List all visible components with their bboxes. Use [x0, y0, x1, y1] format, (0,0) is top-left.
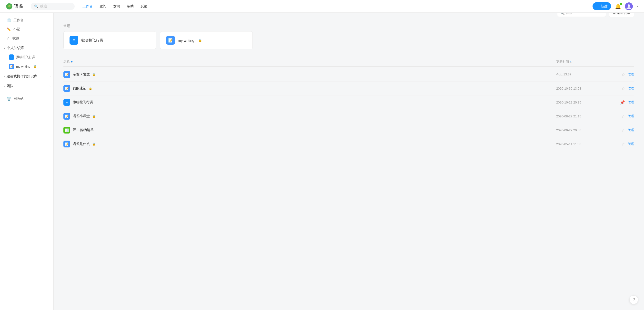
sidebar-item-favorites[interactable]: ☆ 收藏 — [2, 34, 52, 43]
row-5-icon: 📝 — [64, 141, 70, 147]
main-content: 个人知识库 🔍 搜索 新建知识库 常用 ≡ 撒哈拉飞行员 📝 my writin… — [54, 0, 644, 158]
bell-container[interactable]: 🔔 — [615, 4, 621, 9]
row-4-actions: ☆ 管理 — [605, 128, 634, 133]
time-sort-inactive-icon — [570, 62, 572, 63]
sidebar-item-trash[interactable]: 🗑️ 回收站 — [2, 95, 52, 103]
chevron-right-icon[interactable]: › — [50, 46, 50, 50]
time-sort-icon[interactable] — [570, 61, 572, 63]
row-3-manage[interactable]: 管理 — [628, 114, 634, 118]
team-expand-icon[interactable]: › — [50, 85, 50, 88]
sidebar-group-invited-kb: › 邀请我协作的知识库 › — [0, 72, 54, 81]
row-5-manage[interactable]: 管理 — [628, 142, 634, 146]
kb-card-mywriting-lock: 🔒 — [198, 39, 202, 42]
row-1-icon: 📝 — [64, 85, 70, 92]
book-icon: ≡ — [9, 55, 14, 60]
sidebar-group-team: › 团队 › — [0, 82, 54, 91]
row-3-pin[interactable]: ☆ — [622, 114, 625, 119]
row-3-lock: 🔒 — [92, 115, 96, 118]
nav-discover[interactable]: 发现 — [113, 4, 120, 9]
col-name-header[interactable]: 名称 — [64, 60, 556, 64]
desk-icon: 🗒️ — [7, 18, 11, 22]
star-icon: ☆ — [7, 36, 10, 40]
row-1-pin[interactable]: ☆ — [622, 86, 625, 91]
common-label: 常用 — [64, 24, 634, 28]
row-4-pin[interactable]: ☆ — [622, 128, 625, 133]
col-time-header[interactable]: 更新时间 — [556, 60, 605, 64]
row-1-name: 📝 我的速记 🔒 — [64, 85, 556, 92]
sidebar-group-invited-kb-header[interactable]: › 邀请我协作的知识库 › — [0, 72, 54, 81]
app-name: 语雀 — [14, 4, 23, 9]
row-5-pin[interactable]: ☆ — [622, 142, 625, 146]
sidebar-group-personal-kb-header[interactable]: ▾ 个人知识库 › — [0, 44, 54, 53]
time-sort-active-icon — [570, 61, 572, 62]
row-2-pin[interactable]: 📌 — [620, 100, 625, 105]
table-row-3[interactable]: 📝 语雀小课堂 🔒 2020-08-27 21:15 ☆ 管理 — [64, 109, 634, 123]
top-search-bar[interactable]: 🔍 搜索 — [31, 3, 75, 10]
svg-point-2 — [10, 6, 10, 6]
sidebar-item-notes[interactable]: ✏️ 小记 — [2, 25, 52, 34]
row-2-actions: 📌 管理 — [605, 100, 634, 105]
row-3-name: 📝 语雀小课堂 🔒 — [64, 113, 556, 120]
lock-icon: 🔒 — [34, 65, 37, 68]
sidebar-item-workbench[interactable]: 🗒️ 工作台 — [2, 16, 52, 25]
avatar-image — [625, 3, 633, 10]
chevron-right-small-icon: › — [4, 75, 5, 78]
nav-help[interactable]: 帮助 — [127, 4, 134, 9]
kb-card-mywriting-title: my writing — [178, 38, 194, 43]
top-nav: 语雀 🔍 搜索 工作台 空间 发现 帮助 反馈 ＋ 新建 🔔 ▾ — [0, 0, 644, 13]
avatar[interactable] — [625, 3, 633, 10]
sidebar-trash-container: 🗑️ 回收站 — [0, 95, 54, 103]
row-1-lock: 🔒 — [89, 87, 92, 90]
trash-icon: 🗑️ — [7, 97, 11, 101]
row-5-time: 2020-05-11 11:36 — [556, 142, 605, 146]
nav-workbench[interactable]: 工作台 — [82, 4, 93, 9]
row-5-actions: ☆ 管理 — [605, 142, 634, 146]
kb-cards-common: ≡ 撒哈拉飞行员 📝 my writing 🔒 — [64, 31, 634, 49]
row-2-name: ≡ 撒哈拉飞行员 — [64, 99, 556, 106]
logo-bird-icon — [6, 3, 13, 10]
kb-card-book-icon: ≡ — [70, 36, 78, 45]
nav-space[interactable]: 空间 — [100, 4, 106, 9]
row-4-name: 📊 双11购物清单 — [64, 127, 556, 134]
row-2-time: 2020-10-29 20:35 — [556, 101, 605, 104]
sidebar-sub-mywriting[interactable]: 📝 my writing 🔒 — [0, 62, 54, 71]
row-0-name: 📝 亲友卡发放 🔒 — [64, 71, 556, 78]
row-5-lock: 🔒 — [92, 143, 96, 146]
nav-links: 工作台 空间 发现 帮助 反馈 — [82, 4, 147, 9]
row-4-icon: 📊 — [64, 127, 70, 134]
table-row-2[interactable]: ≡ 撒哈拉飞行员 2020-10-29 20:35 📌 管理 — [64, 95, 634, 109]
kb-table: 名称 更新时间 📝 亲友卡发放 🔒 今天 1 — [64, 57, 634, 151]
name-sort-icon[interactable] — [71, 61, 73, 63]
row-2-icon: ≡ — [64, 99, 70, 106]
row-0-icon: 📝 — [64, 71, 70, 78]
team-chevron-icon: › — [4, 85, 5, 88]
nav-feedback[interactable]: 反馈 — [140, 4, 147, 9]
row-2-manage[interactable]: 管理 — [628, 100, 634, 105]
table-row-0[interactable]: 📝 亲友卡发放 🔒 今天 13:37 ☆ 管理 — [64, 68, 634, 82]
logo[interactable]: 语雀 — [6, 3, 23, 10]
bell-badge — [620, 3, 622, 5]
new-button[interactable]: ＋ 新建 — [592, 2, 611, 10]
kb-card-mywriting[interactable]: 📝 my writing 🔒 — [160, 31, 253, 49]
sort-up-icon — [71, 61, 73, 62]
avatar-chevron[interactable]: ▾ — [637, 5, 638, 8]
row-1-manage[interactable]: 管理 — [628, 86, 634, 91]
row-0-manage[interactable]: 管理 — [628, 72, 634, 77]
table-row-4[interactable]: 📊 双11购物清单 2020-06-29 20:36 ☆ 管理 — [64, 123, 634, 137]
kb-card-sahala[interactable]: ≡ 撒哈拉飞行员 — [64, 31, 156, 49]
sidebar-group-team-header[interactable]: › 团队 › — [0, 82, 54, 91]
chevron-down-icon: ▾ — [4, 47, 5, 50]
row-0-pin[interactable]: ☆ — [622, 72, 625, 77]
sidebar: 🗒️ 工作台 ✏️ 小记 ☆ 收藏 ▾ 个人知识库 › ≡ 撒哈拉飞行员 📝 m… — [0, 13, 54, 158]
invited-kb-chevron-icon[interactable]: › — [50, 75, 50, 78]
row-4-manage[interactable]: 管理 — [628, 128, 634, 132]
nav-right: ＋ 新建 🔔 ▾ — [592, 2, 638, 10]
table-row-5[interactable]: 📝 语雀是什么 🔒 2020-05-11 11:36 ☆ 管理 — [64, 137, 634, 151]
row-3-icon: 📝 — [64, 113, 70, 120]
note-icon: 📝 — [9, 64, 14, 69]
table-row-1[interactable]: 📝 我的速记 🔒 2020-10-30 13:58 ☆ 管理 — [64, 82, 634, 95]
plus-icon: ＋ — [596, 4, 600, 9]
sidebar-group-personal-kb: ▾ 个人知识库 › ≡ 撒哈拉飞行员 📝 my writing 🔒 — [0, 44, 54, 71]
sidebar-sub-sahalafeixing[interactable]: ≡ 撒哈拉飞行员 — [0, 53, 54, 62]
search-icon: 🔍 — [34, 5, 38, 8]
